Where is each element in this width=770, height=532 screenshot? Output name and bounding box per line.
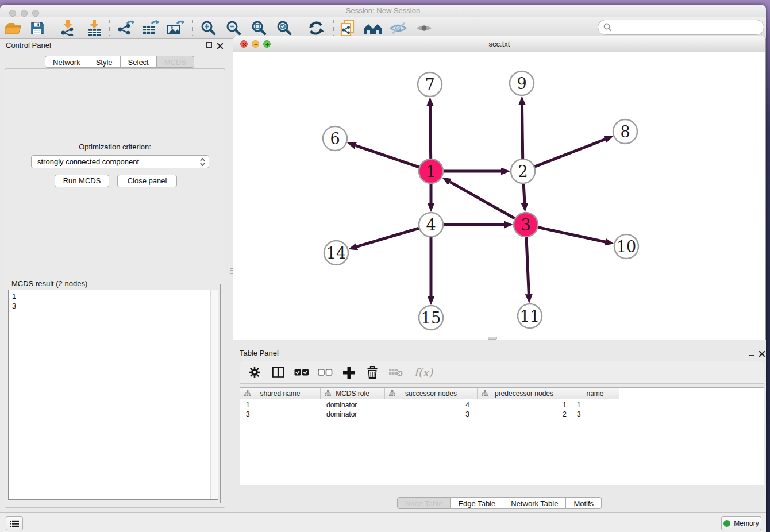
table-header: shared name MCDS role successor nodes pr…	[240, 388, 619, 399]
column-header-predecessor-nodes[interactable]: predecessor nodes	[478, 388, 571, 399]
export-table-button[interactable]	[140, 18, 161, 37]
column-header-successor-nodes[interactable]: successor nodes	[385, 388, 478, 399]
column-header-name[interactable]: name	[571, 388, 619, 399]
toolbar-divider	[302, 20, 302, 36]
control-panel-float-button[interactable]	[206, 42, 212, 48]
graph-node-7[interactable]: 7	[418, 72, 442, 97]
tab-network-table[interactable]: Network Table	[503, 497, 566, 509]
cell-name[interactable]: 3	[571, 410, 619, 419]
control-panel-close-button[interactable]	[217, 41, 224, 48]
graph-edge-2-3[interactable]	[523, 184, 525, 203]
refresh-view-button[interactable]	[305, 18, 327, 37]
network-resize-grip[interactable]	[488, 337, 497, 340]
graph-node-10[interactable]: 10	[614, 234, 638, 259]
graph-edge-2-9[interactable]	[522, 105, 522, 159]
graph-node-8[interactable]: 8	[613, 119, 637, 144]
graph-node-9[interactable]: 9	[510, 71, 534, 95]
column-label: MCDS role	[336, 390, 369, 398]
graph-edge-4-14[interactable]	[357, 228, 418, 246]
graph-node-1[interactable]: 1	[419, 159, 443, 183]
graph-node-11[interactable]: 11	[518, 304, 542, 328]
plus-icon	[343, 367, 355, 379]
network-title: scc.txt	[233, 40, 765, 48]
graph-edge-3-10[interactable]	[538, 228, 605, 242]
open-session-button[interactable]	[2, 18, 24, 37]
graph-edge-3-11[interactable]	[526, 237, 529, 294]
hide-details-button[interactable]	[387, 18, 409, 37]
tab-network[interactable]: Network	[45, 56, 88, 68]
graph-edge-3-1[interactable]	[450, 182, 515, 219]
task-history-button[interactable]	[6, 516, 23, 530]
hierarchy-icon	[389, 390, 395, 396]
graph-node-15[interactable]: 15	[419, 306, 443, 330]
network-window-titlebar[interactable]: scc.txt	[233, 36, 765, 53]
cell-predecessor-nodes[interactable]: 1	[478, 400, 571, 410]
tab-motifs[interactable]: Motifs	[566, 497, 602, 509]
tab-mcds[interactable]: MCDS	[157, 56, 194, 68]
create-column-button[interactable]	[341, 365, 356, 380]
cell-mcds-role[interactable]: dominator	[321, 400, 385, 410]
tab-select[interactable]: Select	[121, 56, 157, 68]
zoom-selected-button[interactable]	[274, 18, 295, 37]
houses-button[interactable]	[362, 18, 384, 37]
import-table-icon	[86, 20, 103, 36]
result-scrollbar[interactable]	[210, 290, 218, 499]
close-icon	[217, 43, 224, 49]
search-input[interactable]	[614, 21, 760, 34]
cell-mcds-role[interactable]: dominator	[321, 410, 385, 419]
graph-node-3[interactable]: 3	[514, 213, 538, 237]
tab-node-table[interactable]: Node Table	[397, 497, 451, 509]
graph-node-6[interactable]: 6	[323, 126, 347, 151]
close-panel-button[interactable]: Close panel	[117, 175, 177, 187]
criterion-dropdown[interactable]: strongly connected component	[31, 155, 209, 168]
delete-column-button[interactable]	[365, 365, 380, 380]
function-builder-button[interactable]: f(x)	[412, 365, 435, 380]
table-panel-close-button[interactable]	[759, 349, 765, 356]
graph-node-label: 11	[520, 307, 540, 325]
cell-name[interactable]: 1	[571, 400, 619, 410]
column-header-mcds-role[interactable]: MCDS role	[321, 388, 385, 399]
cell-shared-name[interactable]: 1	[240, 400, 321, 410]
status-bar: Memory	[0, 512, 766, 532]
zoom-in-button[interactable]	[198, 18, 220, 37]
import-table-button[interactable]	[83, 18, 105, 37]
graph-node-2[interactable]: 2	[511, 159, 535, 183]
export-network-button[interactable]	[115, 18, 137, 37]
graph-node-4[interactable]: 4	[419, 213, 443, 237]
column-label: shared name	[260, 390, 300, 398]
cell-predecessor-nodes[interactable]: 2	[478, 410, 571, 419]
graph-edge-2-8[interactable]	[535, 140, 605, 167]
graph-node-label: 15	[421, 309, 441, 327]
mcds-result-box[interactable]: 1 3	[8, 290, 218, 500]
unselect-all-button[interactable]	[318, 365, 333, 380]
tab-style[interactable]: Style	[88, 56, 121, 68]
delete-table-button[interactable]	[388, 365, 403, 380]
cell-successor-nodes[interactable]: 4	[385, 400, 478, 410]
tab-edge-table[interactable]: Edge Table	[451, 497, 503, 509]
show-details-button[interactable]	[413, 18, 435, 37]
zoom-out-button[interactable]	[223, 18, 245, 37]
graph-node-14[interactable]: 14	[324, 241, 348, 265]
memory-button[interactable]: Memory	[721, 516, 761, 530]
show-column-panel-button[interactable]	[271, 365, 286, 380]
cell-successor-nodes[interactable]: 3	[385, 410, 478, 419]
select-all-button[interactable]	[294, 365, 309, 380]
network-canvas[interactable]: 7968124314101511	[233, 52, 765, 340]
run-mcds-button[interactable]: Run MCDS	[55, 175, 109, 187]
save-session-button[interactable]	[26, 18, 48, 37]
cell-shared-name[interactable]: 3	[240, 410, 321, 419]
graph-edge-1-7[interactable]	[430, 106, 431, 159]
duplicate-network-button[interactable]	[337, 18, 359, 37]
search-box	[598, 20, 764, 35]
node-table[interactable]: shared name MCDS role successor nodes pr…	[240, 387, 764, 485]
table-panel-float-button[interactable]	[749, 350, 754, 356]
graph-edge-1-6[interactable]	[356, 145, 419, 167]
zoom-fit-button[interactable]	[248, 18, 270, 37]
column-header-shared-name[interactable]: shared name	[240, 388, 321, 399]
table-settings-button[interactable]	[247, 365, 262, 380]
column-label: predecessor nodes	[495, 390, 553, 398]
graph-node-label: 7	[425, 76, 434, 94]
export-image-button[interactable]	[165, 18, 187, 37]
network-graph[interactable]: 7968124314101511	[233, 52, 765, 340]
import-network-button[interactable]	[57, 18, 79, 37]
